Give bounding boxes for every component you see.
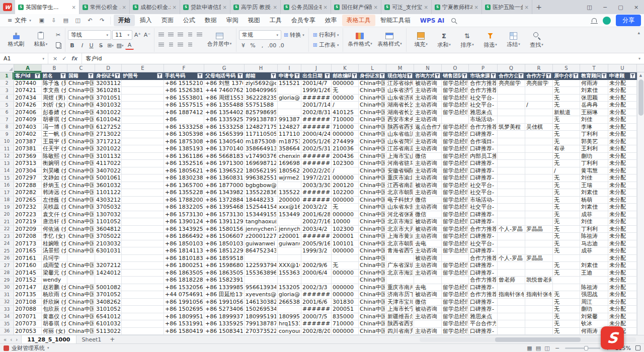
cell[interactable]: 无 [553, 138, 580, 146]
cell[interactable] [122, 255, 164, 262]
cell[interactable]: 32010220020531242X [95, 145, 122, 153]
plugin-label[interactable]: 业财管理系统 [12, 344, 45, 352]
cell[interactable]: 207071 [14, 313, 42, 321]
cell[interactable]: +86 1395468251 [204, 204, 245, 211]
cell[interactable]: 刘素佳 [580, 189, 608, 197]
cell[interactable] [67, 277, 95, 284]
cell[interactable]: 410125 [332, 109, 359, 117]
header-cell[interactable]: 护照号 [122, 72, 164, 80]
cell[interactable]: 630103199903020823 [95, 247, 122, 255]
cell[interactable]: 000000 [332, 95, 359, 102]
cell[interactable]: 广东省深圳 [386, 262, 414, 270]
ribbon-sum-button[interactable]: Σ求和▾ [432, 32, 455, 49]
cell[interactable]: China中国 [67, 102, 95, 109]
cell[interactable] [122, 211, 164, 219]
row-number[interactable]: 7 [0, 116, 14, 124]
cell[interactable] [498, 153, 525, 160]
cell[interactable] [278, 87, 301, 95]
cell[interactable] [245, 255, 278, 262]
cell[interactable]: 陕西省西安 [386, 124, 414, 131]
cell[interactable]: 未分配 [608, 226, 637, 233]
cell[interactable]: 刘炘 (女) [42, 102, 67, 109]
cell[interactable]: 留学总经理 [442, 197, 469, 204]
cell[interactable]: 无 [553, 262, 580, 270]
cell[interactable]: 王一帆 (男 [42, 131, 67, 138]
file-tab[interactable]: S常州公积金 .xlsx× [79, 0, 130, 14]
borders-icon[interactable]: ⊞▾ [106, 41, 115, 50]
cell[interactable]: 207406 [14, 109, 42, 117]
cell[interactable] [498, 131, 525, 138]
cell[interactable]: 留学总经理 [442, 306, 469, 313]
cell[interactable] [122, 87, 164, 95]
cell[interactable] [498, 247, 525, 255]
cell[interactable] [525, 284, 553, 292]
cell[interactable]: 360103200303300725 [95, 182, 122, 190]
ribbon-fill-button[interactable]: 填充▾ [409, 32, 432, 49]
cell[interactable] [95, 277, 122, 284]
cell[interactable]: 610103200212213421 [95, 320, 122, 328]
cell[interactable]: 罗晶晶 [525, 255, 553, 262]
cell[interactable]: China中国 [67, 262, 95, 270]
cell[interactable]: +86 15319918 [164, 320, 204, 328]
cell[interactable]: 留学总经理 [442, 247, 469, 255]
column-header-G[interactable]: G [204, 64, 245, 72]
cell[interactable]: 筑梦美程 [498, 124, 525, 131]
cell[interactable]: 未分配 [608, 204, 637, 211]
cell[interactable]: jennychen7 [278, 226, 301, 233]
cell[interactable] [525, 240, 553, 248]
cell[interactable] [122, 306, 164, 313]
layout-switch-icon[interactable]: ◫ [582, 0, 597, 14]
cell[interactable]: 000000 [332, 270, 359, 277]
cut-icon[interactable]: ✂ [54, 31, 62, 39]
cell[interactable]: 无 [332, 87, 359, 95]
cell[interactable]: 留学总经理 [442, 182, 469, 190]
cell[interactable] [498, 328, 525, 335]
cell[interactable]: 被动咨询 [414, 182, 442, 190]
cell[interactable]: 100101 [332, 240, 359, 248]
cell[interactable]: China中国 [67, 211, 95, 219]
cell[interactable]: 西安市未央 [386, 116, 414, 124]
column-header-Q[interactable]: Q [498, 64, 525, 72]
cell[interactable]: 留学总经理 [442, 211, 469, 219]
cell[interactable]: 未分配 [608, 306, 637, 313]
file-tab[interactable]: S英国留学生...× [15, 0, 79, 14]
cell[interactable] [122, 284, 164, 292]
cell[interactable]: 合作方推荐 [469, 255, 498, 262]
cell[interactable]: 亮亮留学 [498, 80, 525, 87]
cell[interactable]: 无 [553, 95, 580, 102]
cell[interactable]: 陈祖涛 [580, 233, 608, 240]
cell[interactable]: +86 1396522100 [204, 167, 245, 175]
cell[interactable]: 留学总经理 [442, 233, 469, 240]
cell[interactable]: 2001/6/28 [301, 211, 332, 219]
cell[interactable] [498, 102, 525, 109]
cell[interactable] [386, 277, 414, 284]
cell[interactable]: 口碑推荐- [469, 218, 498, 226]
cell[interactable]: 2002/9/6 [301, 262, 332, 270]
header-cell[interactable]: 邮政编码 [332, 72, 359, 80]
cell[interactable]: 799138787 [245, 320, 278, 328]
cell[interactable]: 2000/7/5 [301, 313, 332, 321]
cell[interactable]: 310113200211152925 [95, 153, 122, 160]
currency-format-icon[interactable]: ¥ [239, 41, 248, 50]
cell[interactable]: +86 1340540988 [204, 138, 245, 146]
cell[interactable] [122, 160, 164, 167]
cell[interactable] [122, 204, 164, 211]
cell[interactable] [525, 167, 553, 175]
cell[interactable]: China中国 [359, 182, 386, 190]
cell[interactable]: +86 18141137 [164, 247, 204, 255]
cell[interactable]: 去电 [414, 240, 442, 248]
close-tab-icon[interactable]: × [223, 5, 227, 10]
cell[interactable]: 微信 [414, 299, 442, 306]
cell[interactable]: 江西省南昌 [386, 182, 414, 190]
cell[interactable] [498, 313, 525, 321]
row-number[interactable]: 19 [0, 204, 14, 211]
cell[interactable]: 留学总经理 [442, 124, 469, 131]
cell[interactable]: ######## [301, 233, 332, 240]
strikethrough-icon[interactable]: S̶ [97, 41, 105, 50]
cell[interactable]: 370503200302020020 [95, 204, 122, 211]
cell[interactable]: 370105199411221118 [95, 95, 122, 102]
close-tab-icon[interactable]: × [122, 5, 126, 10]
cell[interactable] [525, 211, 553, 219]
cell[interactable]: 无 [553, 328, 580, 335]
name-box[interactable]: A1 ▾ [0, 53, 48, 64]
